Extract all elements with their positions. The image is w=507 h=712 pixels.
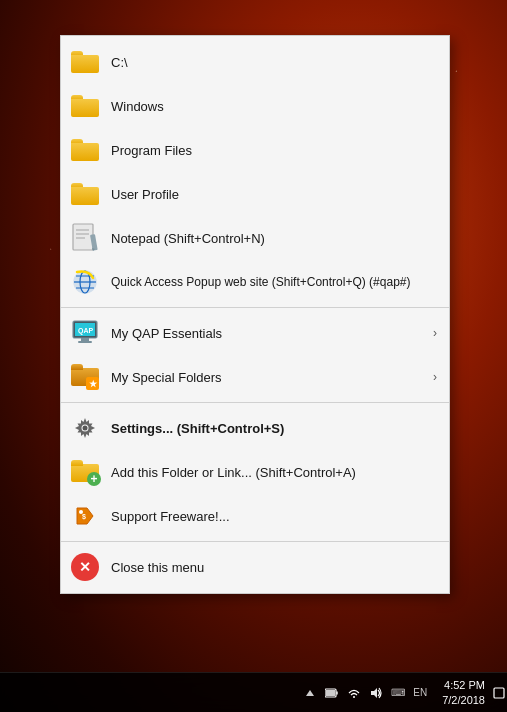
svg-rect-26: [494, 688, 504, 698]
menu-label-add-folder: Add this Folder or Link... (Shift+Contro…: [111, 465, 437, 480]
keyboard-layout-icon[interactable]: ⌨: [390, 685, 406, 701]
separator-1: [61, 307, 449, 308]
menu-item-add-folder[interactable]: + Add this Folder or Link... (Shift+Cont…: [61, 450, 449, 494]
battery-icon[interactable]: [324, 685, 340, 701]
menu-label-qap-essentials: My QAP Essentials: [111, 326, 433, 341]
folder-plus-icon: +: [69, 456, 101, 488]
svg-text:$: $: [82, 513, 86, 521]
menu-label-windows: Windows: [111, 99, 437, 114]
menu-label-c-drive: C:\: [111, 55, 437, 70]
language-icon[interactable]: EN: [412, 685, 428, 701]
close-icon: ✕: [69, 551, 101, 583]
menu-label-notepad: Notepad (Shift+Control+N): [111, 231, 437, 246]
submenu-arrow-special-folders: ›: [433, 370, 437, 384]
menu-item-qap-website[interactable]: Quick Access Popup web site (Shift+Contr…: [61, 260, 449, 304]
special-folder-icon: ★: [69, 361, 101, 393]
menu-label-settings: Settings... (Shift+Control+S): [111, 421, 437, 436]
svg-text:QAP: QAP: [78, 327, 94, 335]
svg-rect-13: [81, 338, 89, 341]
separator-2: [61, 402, 449, 403]
menu-label-user-profile: User Profile: [111, 187, 437, 202]
menu-label-qap-website: Quick Access Popup web site (Shift+Contr…: [111, 275, 437, 289]
menu-label-program-files: Program Files: [111, 143, 437, 158]
folder-icon: [69, 46, 101, 78]
taskbar-system-icons: ⌨ EN: [294, 685, 436, 701]
menu-item-settings[interactable]: Settings... (Shift+Control+S): [61, 406, 449, 450]
menu-item-support[interactable]: $ Support Freeware!...: [61, 494, 449, 538]
menu-item-notepad[interactable]: Notepad (Shift+Control+N): [61, 216, 449, 260]
svg-rect-23: [336, 691, 338, 694]
notepad-icon: [69, 222, 101, 254]
svg-point-18: [83, 426, 88, 431]
taskbar: ⌨ EN 4:52 PM 7/2/2018: [0, 672, 507, 712]
separator-3: [61, 541, 449, 542]
notification-button[interactable]: [491, 675, 507, 711]
svg-rect-24: [326, 690, 335, 696]
menu-label-close: Close this menu: [111, 560, 437, 575]
folder-icon: [69, 178, 101, 210]
svg-rect-0: [73, 224, 93, 250]
gear-icon: [69, 412, 101, 444]
svg-marker-21: [306, 690, 314, 696]
menu-item-qap-essentials[interactable]: QAP My QAP Essentials ›: [61, 311, 449, 355]
submenu-arrow-qap-essentials: ›: [433, 326, 437, 340]
clock-time: 4:52 PM: [444, 678, 485, 692]
chevron-up-icon[interactable]: [302, 685, 318, 701]
ie-icon: [69, 266, 101, 298]
menu-item-c-drive[interactable]: C:\: [61, 40, 449, 84]
menu-item-windows[interactable]: Windows: [61, 84, 449, 128]
context-menu: C:\ Windows Program Files User P: [60, 35, 450, 594]
taskbar-clock[interactable]: 4:52 PM 7/2/2018: [436, 678, 491, 707]
menu-label-special-folders: My Special Folders: [111, 370, 433, 385]
folder-icon: [69, 90, 101, 122]
svg-marker-25: [371, 688, 377, 698]
menu-item-program-files[interactable]: Program Files: [61, 128, 449, 172]
clock-date: 7/2/2018: [442, 693, 485, 707]
menu-item-special-folders[interactable]: ★ My Special Folders ›: [61, 355, 449, 399]
svg-rect-14: [78, 341, 92, 343]
support-icon: $: [69, 500, 101, 532]
folder-icon: [69, 134, 101, 166]
menu-label-support: Support Freeware!...: [111, 509, 437, 524]
wifi-icon[interactable]: [346, 685, 362, 701]
menu-item-user-profile[interactable]: User Profile: [61, 172, 449, 216]
volume-icon[interactable]: [368, 685, 384, 701]
menu-item-close[interactable]: ✕ Close this menu: [61, 545, 449, 589]
monitor-icon: QAP: [69, 317, 101, 349]
